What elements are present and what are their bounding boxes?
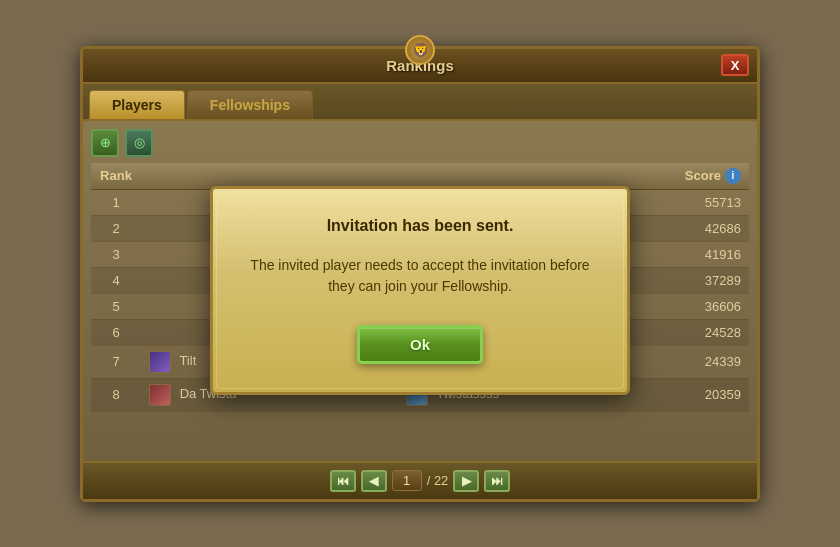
- modal-overlay: Invitation has been sent. The invited pl…: [83, 121, 757, 461]
- last-page-button[interactable]: ⏭: [484, 470, 510, 492]
- next-page-button[interactable]: ▶: [453, 470, 479, 492]
- tabs-bar: Players Fellowships: [83, 84, 757, 121]
- page-total: / 22: [427, 473, 449, 488]
- invitation-modal: Invitation has been sent. The invited pl…: [210, 186, 630, 395]
- close-button[interactable]: X: [721, 54, 749, 76]
- tab-fellowships[interactable]: Fellowships: [187, 90, 313, 119]
- window-icon: 🦁: [405, 35, 435, 65]
- first-page-button[interactable]: ⏮: [330, 470, 356, 492]
- pagination-bar: ⏮ ◀ 1 / 22 ▶ ⏭: [83, 461, 757, 499]
- rankings-window: 🦁 Rankings X Players Fellowships ⊕ ◎ Ran…: [80, 46, 760, 502]
- current-page-display: 1: [392, 470, 422, 491]
- tab-players[interactable]: Players: [89, 90, 185, 119]
- window-header: 🦁 Rankings X: [83, 49, 757, 84]
- prev-page-button[interactable]: ◀: [361, 470, 387, 492]
- modal-body: The invited player needs to accept the i…: [248, 255, 592, 297]
- content-area: ⊕ ◎ Rank Score i: [83, 121, 757, 461]
- modal-ok-button[interactable]: Ok: [357, 325, 483, 364]
- modal-title: Invitation has been sent.: [248, 217, 592, 235]
